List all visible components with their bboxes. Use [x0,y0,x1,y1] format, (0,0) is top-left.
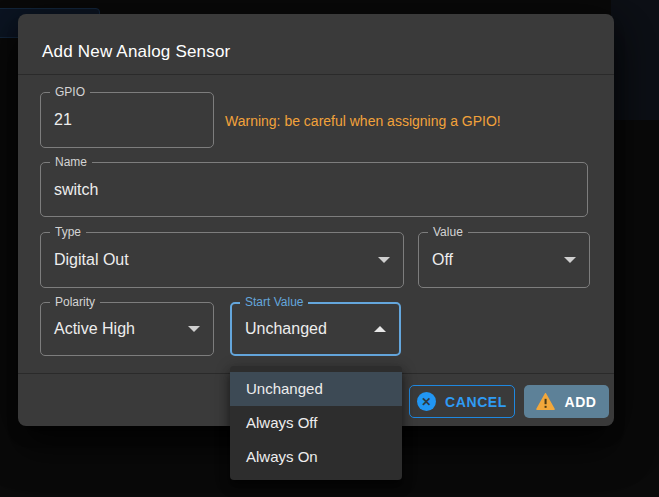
polarity-select[interactable]: Polarity Active High [40,302,214,356]
cancel-button-label: CANCEL [445,394,507,410]
name-input[interactable] [54,163,580,216]
add-button[interactable]: ADD [524,385,609,418]
warning-triangle-icon [536,393,555,410]
start-value-select[interactable]: Start Value Unchanged [230,302,401,356]
menu-item-unchanged[interactable]: Unchanged [230,372,402,406]
cancel-circle-x-icon: ✕ [417,392,436,411]
dialog-title: Add New Analog Sensor [42,42,231,62]
gpio-field[interactable]: GPIO [40,92,214,148]
start-value-dropdown-menu: Unchanged Always Off Always On [230,366,402,480]
name-field[interactable]: Name [40,162,588,217]
type-select[interactable]: Type Digital Out [40,232,404,288]
chevron-down-icon [564,257,576,263]
background-panel-edge [611,0,659,120]
start-value-select-label: Start Value [240,295,308,310]
menu-item-always-off[interactable]: Always Off [230,406,402,440]
add-analog-sensor-dialog: Add New Analog Sensor GPIO Warning: be c… [18,14,614,426]
chevron-up-icon [374,326,386,332]
value-select[interactable]: Value Off [418,232,590,288]
title-divider [18,74,614,75]
chevron-down-icon [378,257,390,263]
add-button-label: ADD [564,394,596,410]
polarity-select-value: Active High [54,320,135,338]
chevron-down-icon [188,326,200,332]
start-value-select-value: Unchanged [245,320,327,338]
gpio-input[interactable] [54,93,206,147]
menu-item-always-on[interactable]: Always On [230,440,402,474]
gpio-warning-text: Warning: be careful when assigning a GPI… [225,113,501,129]
type-select-value: Digital Out [54,251,129,269]
polarity-select-label: Polarity [50,295,100,310]
value-select-value: Off [432,251,453,269]
cancel-button[interactable]: ✕ CANCEL [409,385,515,418]
value-select-label: Value [428,225,468,240]
type-select-label: Type [50,225,86,240]
